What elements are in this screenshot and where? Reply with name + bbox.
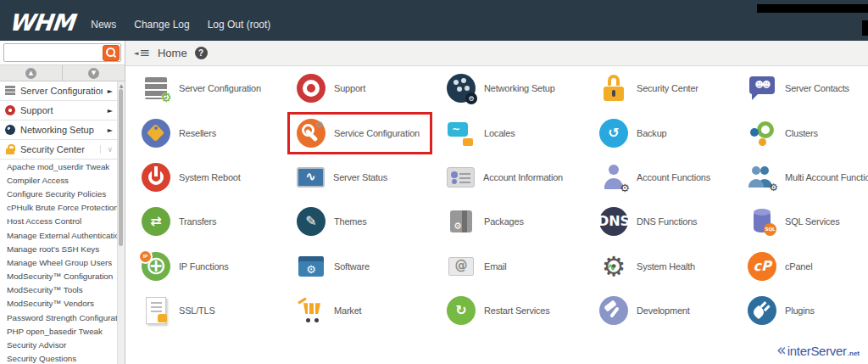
grid-item-plugins[interactable]: Plugins (738, 288, 868, 333)
backup-icon: ↺ (599, 119, 628, 148)
sidebar-link-manage-wheel-group-users[interactable]: Manage Wheel Group Users (0, 255, 125, 269)
grid-item-label: cPanel (785, 261, 812, 272)
grid-item-software[interactable]: ⚙Software (287, 244, 437, 288)
grid-item-label: Account Functions (637, 172, 710, 182)
grid-item-themes[interactable]: ✎Themes (287, 199, 437, 244)
sidebar-section-server-configuration[interactable]: Server Configuration► (0, 81, 125, 101)
magnifier-icon (106, 48, 115, 57)
grid-item-account-information[interactable]: Account Information (437, 155, 590, 199)
grid-item-box: ~Locales (437, 112, 528, 154)
support-mini-icon (5, 105, 15, 115)
grid-item-service-configuration[interactable]: ⚙Service Configuration (287, 110, 437, 154)
sidebar-section-networking-setup[interactable]: Networking Setup► (0, 120, 125, 140)
grid-item-networking-setup[interactable]: Networking Setup (437, 66, 590, 110)
sidebar-link-compiler-access[interactable]: Compiler Access (0, 173, 125, 187)
grid-item-label: Transfers (179, 216, 216, 227)
sidebar-link-configure-security-policies[interactable]: Configure Security Policies (0, 187, 125, 200)
grid-item-sql-services[interactable]: SQLSQL Services (738, 199, 868, 244)
dns-functions-icon: DNS (599, 207, 628, 236)
grid-item-resellers[interactable]: Resellers (132, 110, 287, 154)
grid-item-restart-services[interactable]: ↻Restart Services (437, 288, 590, 333)
grid-item-packages[interactable]: ⚙Packages (437, 199, 590, 244)
grid-item-box: System Reboot (132, 156, 253, 199)
sidebar-link-host-access-control[interactable]: Host Access Control (0, 215, 125, 228)
section-label: Support (20, 105, 103, 115)
search-button[interactable] (103, 45, 120, 61)
grid-item-label: Support (334, 83, 365, 93)
grid-item-ip-functions[interactable]: ⊕IP Functions (132, 244, 287, 288)
grid-item-server-status[interactable]: ∿Server Status (287, 155, 437, 199)
breadcrumb: ≡ Home ? (125, 41, 868, 66)
grid-item-label: Market (334, 305, 361, 316)
grid-item-box: Plugins (738, 289, 827, 332)
grid-item-development[interactable]: Development (590, 288, 738, 333)
grid-item-label: Restart Services (484, 305, 550, 316)
grid-item-locales[interactable]: ~Locales (437, 110, 590, 154)
grid-item-multi-account-functions[interactable]: ⚙Multi Account Functions (738, 155, 868, 199)
account-information-icon (447, 167, 475, 188)
sidebar-section-support[interactable]: Support► (0, 101, 125, 120)
sidebar-link-modsecurity-tools[interactable]: ModSecurity™ Tools (0, 283, 125, 297)
sidebar-link-manage-root-s-ssh-keys[interactable]: Manage root's SSH Keys (0, 242, 125, 255)
grid-item-server-configuration[interactable]: ⚙Server Configuration (132, 66, 287, 110)
sidebar-link-modsecurity-configuration[interactable]: ModSecurity™ Configuration (0, 270, 125, 283)
sidebar-links: Apache mod_userdir TweakCompiler AccessC… (0, 160, 125, 364)
locales-icon: ~ (447, 119, 476, 148)
grid-item-label: System Reboot (179, 172, 241, 182)
grid-item-label: Backup (637, 128, 667, 138)
grid-item-box: ∿Server Status (287, 160, 400, 194)
grid-item-security-center[interactable]: Security Center (590, 66, 738, 110)
grid-item-label: Multi Account Functions (785, 172, 868, 182)
section-label: Security Center (20, 144, 95, 154)
grid-item-box: Security Center (590, 67, 711, 109)
sidebar-link-password-strength-configuration[interactable]: Password Strength Configuration (0, 311, 125, 324)
sidebar-link-modsecurity-vendors[interactable]: ModSecurity™ Vendors (0, 297, 125, 311)
grid-item-label: Packages (484, 216, 524, 227)
grid-item-email[interactable]: @Email (437, 244, 590, 288)
sidebar-link-security-advisor[interactable]: Security Advisor (0, 338, 125, 351)
sidebar-link-manage-external-authentications[interactable]: Manage External Authentications (0, 228, 125, 242)
grid-item-market[interactable]: Market (287, 288, 437, 333)
grid-item-box: ⚙Software (287, 245, 382, 288)
software-icon: ⚙ (297, 252, 326, 281)
grid-item-ssl-tls[interactable]: SSL/TLS (132, 288, 287, 333)
server-contacts-icon: ☻☻ (748, 74, 776, 103)
sidebar-link-cphulk-brute-force-protection[interactable]: cPHulk Brute Force Protection (0, 201, 125, 215)
account-functions-icon: ⚙ (599, 163, 628, 192)
breadcrumb-home[interactable]: Home (158, 47, 187, 59)
collapse-sidebar-icon[interactable]: ≡ (134, 47, 150, 59)
grid-item-backup[interactable]: ↺Backup (590, 110, 738, 154)
sidebar-section-security-center[interactable]: Security Center∨ (0, 140, 125, 160)
grid-item-account-functions[interactable]: ⚙Account Functions (590, 155, 738, 199)
multi-account-functions-icon: ⚙ (748, 163, 776, 192)
sidebar-scrollbar[interactable]: ▲ (117, 81, 125, 364)
sidebar-link-apache-mod-userdir-tweak[interactable]: Apache mod_userdir Tweak (0, 160, 125, 173)
nav-link-log-out-root[interactable]: Log Out (root) (208, 19, 271, 31)
server-configuration-icon: ⚙ (142, 74, 170, 103)
scrollbar-thumb[interactable] (119, 89, 123, 246)
grid-item-box: @Email (437, 245, 520, 288)
grid-item-system-health[interactable]: ⚙System Health (590, 244, 738, 288)
grid-item-clusters[interactable]: Clusters (738, 110, 868, 154)
grid-item-label: Themes (334, 216, 367, 227)
sidebar-link-security-questions[interactable]: Security Questions (0, 352, 125, 364)
grid-item-transfers[interactable]: ⇄Transfers (132, 199, 287, 244)
nav-link-news[interactable]: News (91, 19, 116, 31)
nav-link-change-log[interactable]: Change Log (134, 19, 189, 31)
grid-item-server-contacts[interactable]: ☻☻Server Contacts (738, 66, 868, 110)
grid-item-support[interactable]: Support (287, 66, 437, 110)
grid-item-cpanel[interactable]: cPcPanel (738, 244, 868, 288)
grid-item-box: DNSDNS Functions (590, 200, 709, 243)
grid-item-system-reboot[interactable]: System Reboot (132, 155, 287, 199)
top-navbar: WHM NewsChange LogLog Out (root) (0, 0, 868, 41)
help-icon[interactable]: ? (195, 47, 208, 59)
scroll-up-button[interactable]: ▲ (0, 65, 63, 81)
sidebar-link-php-open-basedir-tweak[interactable]: PHP open_basedir Tweak (0, 324, 125, 338)
grid-item-box: ☻☻Server Contacts (738, 67, 862, 109)
grid-item-dns-functions[interactable]: DNSDNS Functions (590, 199, 738, 244)
grid-item-box: Market (287, 289, 374, 332)
scroll-down-button[interactable]: ▼ (63, 65, 125, 81)
grid-item-box: ⚙Server Configuration (132, 67, 274, 109)
grid-item-label: IP Functions (179, 261, 229, 272)
sql-services-icon: SQL (748, 207, 776, 236)
